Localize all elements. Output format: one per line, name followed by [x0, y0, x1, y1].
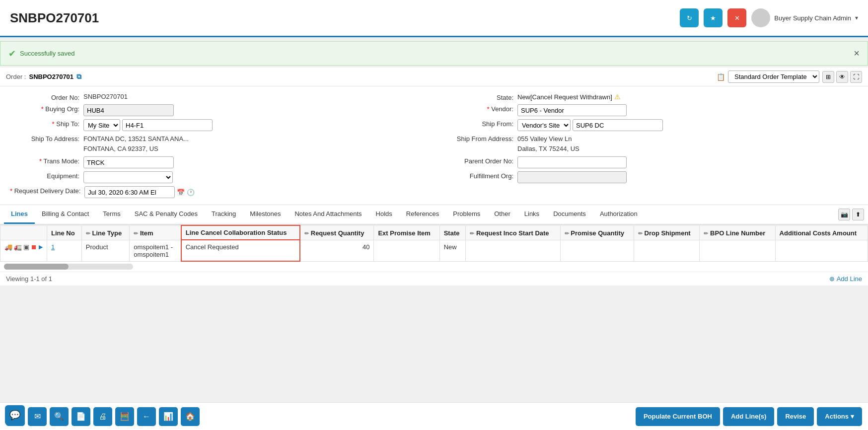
- chart-icon-button[interactable]: 📊: [159, 407, 178, 426]
- search-icon-button[interactable]: 🔍: [50, 407, 69, 426]
- table-header-row: Line No ✏ Line Type ✏ Item Line Cancel C…: [0, 225, 868, 240]
- equipment-select[interactable]: [83, 171, 173, 183]
- camera-icon-button[interactable]: 📷: [838, 209, 850, 220]
- row-bpo-line-cell: [700, 240, 775, 261]
- row-collab-status-cell: Cancel Requested: [181, 240, 300, 261]
- scrollbar-track[interactable]: [4, 264, 133, 270]
- copy-icon-button[interactable]: 📄: [72, 407, 90, 426]
- tab-problems[interactable]: Problems: [446, 205, 487, 224]
- ship-from-code-input[interactable]: [573, 119, 663, 131]
- tab-holds[interactable]: Holds: [369, 205, 399, 224]
- user-menu[interactable]: Buyer Supply Chain Admin ▾: [751, 8, 858, 27]
- line-no-link[interactable]: 1: [51, 243, 55, 251]
- avatar: [751, 8, 770, 27]
- request-delivery-input[interactable]: [84, 186, 175, 198]
- grid-icon-button[interactable]: ⊞: [822, 71, 834, 83]
- tab-other[interactable]: Other: [487, 205, 517, 224]
- tab-authorization[interactable]: Authorization: [593, 205, 645, 224]
- print-icon-button[interactable]: 🖨: [93, 407, 112, 426]
- vendor-input[interactable]: [517, 104, 627, 116]
- row-line-no-cell: 1: [47, 240, 82, 261]
- tab-links[interactable]: Links: [517, 205, 546, 224]
- col-state: State: [439, 225, 466, 240]
- tab-lines[interactable]: Lines: [4, 205, 35, 224]
- back-icon-button[interactable]: ←: [137, 407, 156, 426]
- ship-to-label: Ship To:: [10, 119, 79, 128]
- warning-icon: ⚠: [614, 93, 621, 101]
- plus-icon: ⊕: [829, 275, 835, 283]
- ship-to-code-input[interactable]: [122, 119, 213, 131]
- app-header: SNBPO270701 ↻ ★ ✕ Buyer Supply Chain Adm…: [0, 0, 868, 37]
- home-icon-button[interactable]: 🏠: [181, 407, 200, 426]
- tab-references[interactable]: References: [399, 205, 446, 224]
- parent-order-label: Parent Order No:: [444, 156, 513, 165]
- tab-billing[interactable]: Billing & Contact: [35, 205, 96, 224]
- fulfillment-org-input[interactable]: [517, 171, 627, 183]
- user-chevron-icon: ▾: [855, 14, 858, 21]
- calendar-icon[interactable]: 📅: [177, 189, 185, 196]
- row-promise-qty-cell: [560, 240, 634, 261]
- calc-icon-button[interactable]: 🧮: [115, 407, 134, 426]
- col-request-qty: ✏ Request Quantity: [300, 225, 374, 240]
- trans-mode-input[interactable]: [83, 156, 174, 168]
- tab-terms[interactable]: Terms: [96, 205, 127, 224]
- ship-from-address-row: Ship From Address: 055 Valley View Ln Da…: [444, 133, 858, 155]
- col-icons: [0, 225, 47, 240]
- col-bpo-line: ✏ BPO Line Number: [700, 225, 775, 240]
- tab-tracking[interactable]: Tracking: [205, 205, 243, 224]
- favorite-button[interactable]: ★: [704, 8, 723, 27]
- tab-sac[interactable]: SAC & Penalty Codes: [128, 205, 205, 224]
- collapse-icon-button[interactable]: ⬆: [852, 209, 864, 220]
- message-icon-button[interactable]: ✉: [28, 407, 47, 426]
- close-icon: ✕: [734, 14, 740, 22]
- refresh-button[interactable]: ↻: [680, 8, 699, 27]
- copy-icon[interactable]: ⧉: [76, 72, 81, 81]
- add-lines-button[interactable]: Add Line(s): [723, 407, 775, 426]
- expand-row-icon[interactable]: ▶: [39, 244, 43, 250]
- scrollbar-thumb: [4, 264, 69, 270]
- add-line-link[interactable]: Add Line: [837, 275, 862, 283]
- order-number: SNBPO270701: [29, 73, 73, 80]
- close-banner-button[interactable]: ×: [854, 48, 860, 59]
- user-name: Buyer Supply Chain Admin: [774, 14, 851, 22]
- equipment-label: Equipment:: [10, 171, 79, 180]
- tab-documents[interactable]: Documents: [546, 205, 593, 224]
- success-message: ✔ Successfully saved: [8, 48, 75, 59]
- table-row: 🚚 🚛 ▣ ⏹ ▶ 1 Product omspoit: [0, 240, 868, 261]
- order-label: Order :: [6, 73, 26, 80]
- vendor-row: Vendor:: [444, 103, 858, 118]
- actions-button[interactable]: Actions ▾: [817, 407, 862, 426]
- close-button[interactable]: ✕: [727, 8, 746, 27]
- row-state-cell: New: [439, 240, 466, 261]
- state-value: New[Cancel Request Withdrawn]: [517, 93, 612, 101]
- ship-to-address-value: FONTANA DC, 13521 SANTA ANA... FONTANA, …: [83, 134, 189, 153]
- parent-order-input[interactable]: [517, 156, 627, 168]
- chat-button[interactable]: 💬: [5, 405, 25, 425]
- bottom-toolbar: 💾 ✉ 🔍 📄 🖨 🧮 ← 📊 🏠 Populate Current BOH A…: [0, 402, 868, 430]
- buying-org-input[interactable]: [83, 104, 174, 116]
- stop-icon: ⏹: [31, 243, 37, 251]
- revise-button[interactable]: Revise: [777, 407, 814, 426]
- viewing-row: Viewing 1-1 of 1 ⊕ Add Line: [0, 272, 868, 286]
- tab-notes[interactable]: Notes And Attachments: [288, 205, 368, 224]
- viewing-text: Viewing 1-1 of 1: [6, 275, 52, 283]
- template-select[interactable]: Standard Order Template: [728, 71, 819, 83]
- populate-boh-button[interactable]: Populate Current BOH: [636, 407, 720, 426]
- ship-to-select[interactable]: My Site: [83, 119, 120, 131]
- fulfillment-org-label: Fulfillment Org:: [444, 171, 513, 180]
- eye-icon-button[interactable]: 👁: [836, 71, 848, 83]
- ship-from-address-label: Ship From Address:: [444, 134, 513, 143]
- expand-icon-button[interactable]: ⛶: [850, 71, 862, 83]
- tabs-bar: Lines Billing & Contact Terms SAC & Pena…: [0, 205, 868, 225]
- tab-milestones[interactable]: Milestones: [243, 205, 288, 224]
- col-collab-status: Line Cancel Collaboration Status: [181, 225, 300, 240]
- clock-icon[interactable]: 🕐: [187, 189, 195, 196]
- ship-from-row: Ship From: Vendor's Site: [444, 118, 858, 133]
- request-delivery-label: Request Delivery Date:: [10, 186, 80, 195]
- parent-order-row: Parent Order No:: [444, 155, 858, 170]
- col-promise-qty: ✏ Promise Quantity: [560, 225, 634, 240]
- bottom-toolbar-left: 💾 ✉ 🔍 📄 🖨 🧮 ← 📊 🏠: [6, 407, 200, 426]
- lines-table: Line No ✏ Line Type ✏ Item Line Cancel C…: [0, 225, 868, 262]
- ship-from-select[interactable]: Vendor's Site: [517, 119, 571, 131]
- ship-to-address-label: Ship To Address:: [10, 134, 79, 143]
